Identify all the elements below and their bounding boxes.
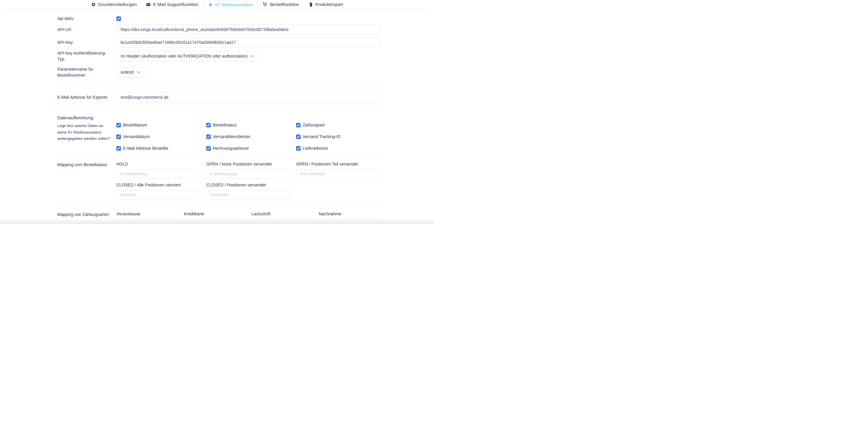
- settings-tabbar: Grundeinstellungen E-Mail Supportfunktio…: [5, 0, 429, 9]
- section-divider: [57, 207, 381, 207]
- payment-kreditkarte-input[interactable]: [184, 219, 245, 224]
- row-data-preparation: Datenaufbereitung: Lege fest welche Date…: [0, 115, 434, 151]
- checkbox-input[interactable]: [296, 146, 301, 151]
- checkbox-label: Bestellstatus: [213, 123, 237, 127]
- status-field-open-teil-versendet: OPEN / Positionen Teil versendet: [296, 162, 386, 178]
- payment-field-vorauskasse: Vorauskasse: [116, 211, 184, 224]
- field-label: OPEN / Positionen Teil versendet: [296, 162, 386, 167]
- api-active-checkbox[interactable]: [116, 16, 121, 21]
- order-param-select[interactable]: orderid: [116, 67, 145, 77]
- status-hold-input[interactable]: [116, 169, 200, 178]
- checkbox-input[interactable]: [296, 135, 301, 139]
- checkbox-label: Rechnungsadresse: [213, 146, 249, 151]
- checkbox-zahlungsart[interactable]: Zahlungsart: [296, 123, 386, 127]
- status-mapping-grid: HOLD OPEN / keine Positionen versendet O…: [116, 162, 386, 199]
- status-field-closed-storniert: CLOSED / Alle Positionen storniert: [116, 182, 206, 199]
- checkbox-versanddatum[interactable]: Versanddatum: [116, 134, 206, 139]
- export-email-input[interactable]: [116, 92, 381, 102]
- checkbox-input[interactable]: [206, 146, 211, 151]
- row-status-mapping: Mapping vom Bestellstatus HOLD OPEN / ke…: [0, 162, 434, 199]
- payment-mapping-label: Mapping von Zahlungsarten: [57, 211, 116, 217]
- checkbox-label: Zahlungsart: [303, 123, 325, 127]
- microchip-icon: [208, 2, 213, 7]
- api-url-input[interactable]: [116, 25, 381, 35]
- tab-label: E-Mail Supportfunktion: [153, 2, 198, 7]
- api-key-label: API-Key:: [57, 39, 116, 45]
- auth-type-selected-value: Im Header (Authorization oder AUTHORIZAT…: [121, 54, 247, 59]
- checkbox-input[interactable]: [206, 123, 211, 127]
- checkbox-label: Versanddienstleister: [213, 134, 250, 139]
- payment-vorauskasse-input[interactable]: [116, 219, 178, 224]
- status-mapping-label: Mapping vom Bestellstatus: [57, 162, 116, 168]
- checkbox-lieferadresse[interactable]: Lieferadresse: [296, 146, 386, 151]
- payment-nachnahme-input[interactable]: [319, 219, 380, 224]
- file-import-icon: [308, 2, 313, 7]
- payment-lastschrift-input[interactable]: [251, 219, 313, 224]
- row-api-key: API-Key:: [0, 37, 434, 47]
- export-email-label: E-Mail Adresse für Exporte:: [57, 94, 116, 100]
- data-prep-checkbox-grid: Bestelldatum Bestellstatus Zahlungsart V…: [116, 123, 386, 151]
- row-api-active: Api Aktiv:: [0, 15, 434, 22]
- payment-mapping-grid: Vorauskasse Kreditkarte Lastschrift Nach…: [116, 211, 386, 224]
- row-payment-mapping: Mapping von Zahlungsarten Vorauskasse Kr…: [0, 211, 434, 224]
- checkbox-bestellstatus[interactable]: Bestellstatus: [206, 123, 296, 127]
- status-open-none-input[interactable]: [206, 169, 289, 178]
- field-label: Kreditkarte: [184, 211, 251, 216]
- tab-bestellfunktion[interactable]: Bestellfunktion: [258, 0, 304, 9]
- checkbox-versanddienstleister[interactable]: Versanddienstleister: [206, 134, 296, 139]
- checkbox-versand-tracking-id[interactable]: Versand Tracking-ID: [296, 134, 386, 139]
- api-url-label: API-Url:: [57, 27, 116, 33]
- field-label: HOLD: [116, 162, 206, 167]
- field-label: CLOSED / Alle Positionen storniert: [116, 182, 206, 187]
- gear-icon: [91, 2, 96, 7]
- tab-grundeinstellungen[interactable]: Grundeinstellungen: [87, 0, 142, 9]
- status-closed-cancelled-input[interactable]: [116, 190, 200, 199]
- checkbox-label: Versand Tracking-ID: [303, 134, 341, 139]
- checkbox-email-adresse-besteller[interactable]: E-Mail Adresse Besteller: [116, 146, 206, 151]
- checkbox-input[interactable]: [116, 146, 121, 151]
- shopping-cart-icon: [262, 2, 268, 7]
- status-field-hold: HOLD: [116, 162, 206, 178]
- checkbox-label: Bestelldatum: [123, 123, 147, 127]
- checkbox-rechnungsadresse[interactable]: Rechnungsadresse: [206, 146, 296, 151]
- tab-email-supportfunktion[interactable]: E-Mail Supportfunktion: [142, 0, 203, 9]
- data-prep-label-column: Datenaufbereitung: Lege fest welche Date…: [57, 115, 116, 142]
- tab-produktimport[interactable]: Produktimport: [304, 0, 347, 9]
- checkbox-label: E-Mail Adresse Besteller: [123, 146, 168, 151]
- checkbox-input[interactable]: [116, 135, 121, 139]
- order-param-label: Parametername für Bestellnummer:: [57, 66, 116, 78]
- checkbox-label: Versanddatum: [123, 134, 150, 139]
- status-field-closed-versendet: CLOSED / Positionen versendet: [206, 182, 296, 199]
- status-open-partial-input[interactable]: [296, 169, 379, 178]
- data-prep-description: Lege fest welche Daten an deine KI-Telef…: [57, 123, 113, 142]
- payment-field-kreditkarte: Kreditkarte: [184, 211, 251, 224]
- field-label: Vorauskasse: [116, 211, 184, 216]
- envelope-icon: [146, 2, 151, 7]
- status-closed-shipped-input[interactable]: [206, 190, 289, 199]
- order-param-selected-value: orderid: [121, 70, 134, 75]
- tab-ki-telefonassistent[interactable]: KI-Telefonassistent: [203, 0, 258, 9]
- settings-page: Grundeinstellungen E-Mail Supportfunktio…: [0, 0, 434, 224]
- checkbox-bestelldatum[interactable]: Bestelldatum: [116, 123, 206, 127]
- checkbox-input[interactable]: [206, 135, 211, 139]
- payment-field-lastschrift: Lastschrift: [251, 211, 319, 224]
- data-prep-heading: Datenaufbereitung:: [57, 115, 114, 121]
- checkbox-label: Lieferadresse: [303, 146, 328, 151]
- payment-field-nachnahme: Nachnahme: [319, 211, 386, 224]
- api-key-input[interactable]: [116, 37, 381, 47]
- auth-type-select[interactable]: Im Header (Authorization oder AUTHORIZAT…: [116, 51, 258, 61]
- row-api-url: API-Url:: [0, 25, 434, 35]
- field-label: CLOSED / Positionen versendet: [206, 182, 296, 187]
- field-label: OPEN / keine Positionen versendet: [206, 162, 296, 167]
- auth-type-label: API-Key Authentifizierung-Typ:: [57, 50, 116, 62]
- row-export-email: E-Mail Adresse für Exporte:: [0, 92, 434, 102]
- api-active-label: Api Aktiv:: [57, 15, 116, 22]
- checkbox-input[interactable]: [116, 123, 121, 127]
- tab-label: Grundeinstellungen: [98, 2, 137, 7]
- field-label: Nachnahme: [319, 211, 386, 216]
- tab-label: Produktimport: [315, 2, 343, 7]
- tab-label: KI-Telefonassistent: [215, 2, 253, 7]
- field-label: Lastschrift: [251, 211, 319, 216]
- checkbox-input[interactable]: [296, 123, 301, 127]
- row-order-param: Parametername für Bestellnummer: orderid: [0, 66, 434, 78]
